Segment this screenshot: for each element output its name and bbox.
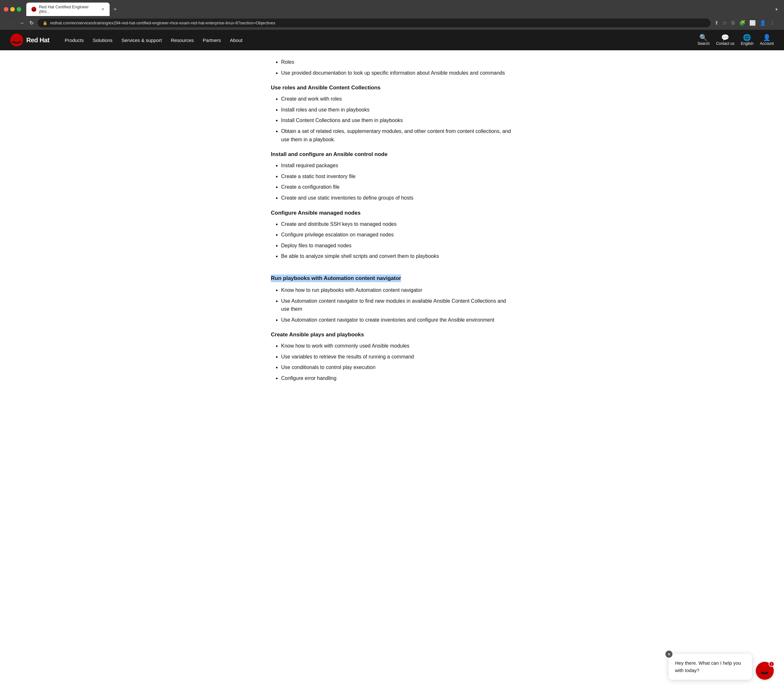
list-item: Be able to analyze simple shell scripts … — [281, 252, 513, 260]
list-item: Create and distribute SSH keys to manage… — [281, 220, 513, 228]
list-item: Create a static host inventory file — [281, 172, 513, 181]
list-item: Configure privilege escalation on manage… — [281, 231, 513, 239]
section-heading-run-playbooks: Run playbooks with Automation content na… — [271, 274, 401, 282]
address-bar-actions: ⬆ ☆ ① 🧩 ⬜ 👤 ⋮ — [713, 18, 776, 27]
bookmark-button[interactable]: ☆ — [721, 18, 728, 27]
list-item: Use Automation content navigator to find… — [281, 297, 513, 313]
1password-button[interactable]: ① — [730, 18, 736, 27]
account-action[interactable]: 👤 Account — [760, 34, 774, 46]
nav-actions: 🔍 Search 💬 Contact us 🌐 English 👤 Accoun… — [697, 34, 774, 46]
address-bar-row: ← → ↻ 🔒 redhat.com/en/services/training/… — [4, 16, 780, 30]
tab-list-button[interactable]: ▾ — [773, 5, 780, 13]
list-item: Create a configuration file — [281, 183, 513, 191]
maximize-traffic-light[interactable] — [16, 7, 21, 12]
nav-link-services-support[interactable]: Services & support — [122, 38, 162, 43]
list-item: Configure error handling — [281, 374, 513, 383]
tab-bar: Red Hat Certified Engineer (RH... ✕ + ▾ — [4, 3, 780, 16]
svg-point-3 — [32, 8, 36, 10]
address-bar[interactable]: 🔒 redhat.com/en/services/training/ex294-… — [38, 18, 711, 27]
bullets-use-roles: Create and work with roles Install roles… — [271, 95, 513, 143]
list-item: Create and use static inventories to def… — [281, 194, 513, 202]
tab-title: Red Hat Certified Engineer (RH... — [39, 5, 99, 14]
menu-button[interactable]: ⋮ — [769, 18, 776, 27]
bullets-run-playbooks: Know how to run playbooks with Automatio… — [271, 286, 513, 324]
search-action[interactable]: 🔍 Search — [697, 34, 710, 46]
tab-favicon — [31, 7, 36, 12]
list-item: Install Content Collections and use them… — [281, 116, 513, 125]
lock-icon: 🔒 — [43, 21, 48, 25]
logo-text: Red Hat — [26, 36, 49, 44]
account-icon: 👤 — [763, 34, 771, 41]
list-item: Roles — [281, 58, 513, 66]
list-item: Create and work with roles — [281, 95, 513, 103]
close-traffic-light[interactable] — [4, 7, 8, 12]
bullets-install-configure: Install required packages Create a stati… — [271, 161, 513, 202]
nav-link-about[interactable]: About — [230, 38, 242, 43]
list-item: Deploy files to managed nodes — [281, 242, 513, 250]
list-item: Use Automation content navigator to crea… — [281, 316, 513, 324]
language-icon: 🌐 — [743, 34, 751, 41]
list-item: Install roles and use them in playbooks — [281, 106, 513, 114]
nav-link-resources[interactable]: Resources — [171, 38, 194, 43]
list-item: Use provided documentation to look up sp… — [281, 69, 513, 77]
language-action[interactable]: 🌐 English — [741, 34, 753, 46]
main-nav: Red Hat Products Solutions Services & su… — [0, 30, 784, 50]
rh-logo[interactable]: Red Hat — [10, 34, 49, 46]
section-heading-configure-managed: Configure Ansible managed nodes — [271, 210, 513, 216]
browser-chrome: Red Hat Certified Engineer (RH... ✕ + ▾ … — [0, 0, 784, 30]
svg-point-7 — [13, 38, 21, 41]
traffic-lights — [4, 7, 21, 12]
forward-button[interactable]: → — [18, 19, 26, 27]
list-item: Use variables to retrieve the results of… — [281, 353, 513, 361]
account-label: Account — [760, 41, 774, 46]
reload-button[interactable]: ↻ — [28, 18, 35, 27]
nav-link-partners[interactable]: Partners — [203, 38, 221, 43]
contact-icon: 💬 — [721, 34, 729, 41]
list-item: Know how to work with commonly used Ansi… — [281, 342, 513, 350]
nav-link-products[interactable]: Products — [65, 38, 84, 43]
tab-close-button[interactable]: ✕ — [101, 7, 104, 12]
split-view-button[interactable]: ⬜ — [748, 18, 757, 27]
contact-label: Contact us — [716, 41, 734, 46]
share-button[interactable]: ⬆ — [713, 18, 720, 27]
section-configure-managed: Configure Ansible managed nodes Create a… — [271, 210, 513, 260]
list-item: Know how to run playbooks with Automatio… — [281, 286, 513, 294]
page-content: Roles Use provided documentation to look… — [260, 50, 524, 406]
section-heading-install-configure: Install and configure an Ansible control… — [271, 151, 513, 158]
search-label: Search — [697, 41, 710, 46]
intro-section: Roles Use provided documentation to look… — [271, 58, 513, 77]
profile-button[interactable]: 👤 — [758, 18, 768, 27]
nav-link-solutions[interactable]: Solutions — [93, 38, 112, 43]
scroll-container[interactable]: Roles Use provided documentation to look… — [0, 50, 784, 406]
new-tab-button[interactable]: + — [111, 5, 120, 14]
url-text: redhat.com/en/services/training/ex294-re… — [50, 20, 275, 25]
nav-links: Products Solutions Services & support Re… — [65, 38, 687, 43]
active-tab[interactable]: Red Hat Certified Engineer (RH... ✕ — [26, 3, 110, 16]
search-icon: 🔍 — [699, 34, 707, 41]
section-install-configure: Install and configure an Ansible control… — [271, 151, 513, 202]
intro-bullets: Roles Use provided documentation to look… — [271, 58, 513, 77]
contact-us-action[interactable]: 💬 Contact us — [716, 34, 734, 46]
section-create-plays: Create Ansible plays and playbooks Know … — [271, 332, 513, 382]
list-item: Obtain a set of related roles, supplemen… — [281, 127, 513, 143]
list-item: Install required packages — [281, 161, 513, 170]
section-use-roles: Use roles and Ansible Content Collection… — [271, 85, 513, 143]
bullets-configure-managed: Create and distribute SSH keys to manage… — [271, 220, 513, 260]
redhat-hat-icon — [10, 34, 23, 46]
language-label: English — [741, 41, 753, 46]
section-heading-use-roles: Use roles and Ansible Content Collection… — [271, 85, 513, 91]
list-item: Use conditionals to control play executi… — [281, 363, 513, 371]
extensions-button[interactable]: 🧩 — [738, 18, 747, 27]
back-button[interactable]: ← — [8, 19, 15, 27]
bullets-create-plays: Know how to work with commonly used Ansi… — [271, 342, 513, 382]
section-run-playbooks: Run playbooks with Automation content na… — [271, 268, 513, 324]
minimize-traffic-light[interactable] — [10, 7, 15, 12]
section-heading-create-plays: Create Ansible plays and playbooks — [271, 332, 513, 338]
